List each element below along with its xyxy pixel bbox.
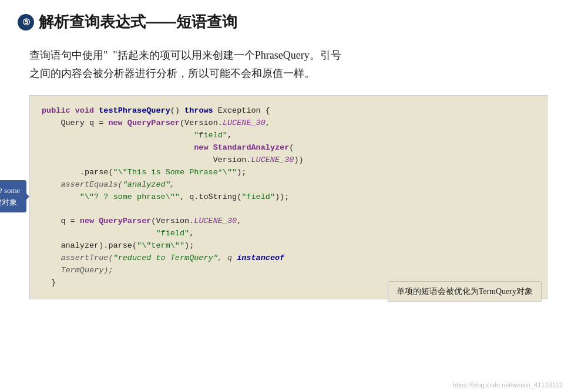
code-pre: public void testPhraseQuery() throws Exc… [42,105,535,289]
watermark: https://blog.csdn.net/weixin_41123112 [453,381,563,388]
desc-line2: 之间的内容会被分析器进行分析，所以可能不会和原值一样。 [29,67,315,79]
code-wrapper: 实际上是使用"? ? some phrase"短语构建对象 public voi… [29,95,548,299]
desc-line1: 查询语句中使用" "括起来的项可以用来创建一个PhraseQuery。引号 [29,49,341,61]
page-container: ⑤ 解析查询表达式——短语查询 查询语句中使用" "括起来的项可以用来创建一个P… [0,0,571,392]
tooltip-bottom: 单项的短语会被优化为TermQuery对象 [388,281,542,302]
section-badge: ⑤ [18,14,34,31]
tooltip-left: 实际上是使用"? ? some phrase"短语构建对象 [0,180,26,212]
title-row: ⑤ 解析查询表达式——短语查询 [18,12,553,32]
description: 查询语句中使用" "括起来的项可以用来创建一个PhraseQuery。引号 之间… [18,46,553,82]
code-block: public void testPhraseQuery() throws Exc… [29,95,548,299]
page-title: 解析查询表达式——短语查询 [39,12,237,32]
